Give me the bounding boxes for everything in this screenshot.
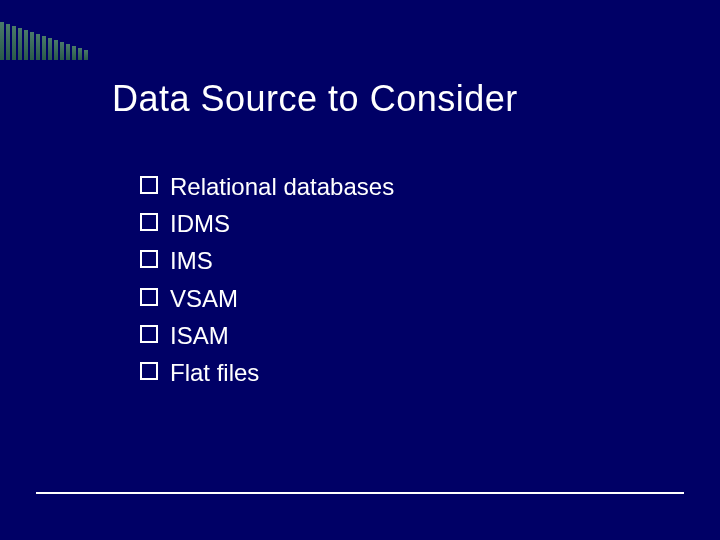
list-item: ISAM	[140, 317, 680, 354]
list-item: Relational databases	[140, 168, 680, 205]
corner-decoration	[0, 22, 88, 60]
footer-divider	[36, 492, 684, 494]
slide-title: Data Source to Consider	[112, 78, 680, 120]
bullet-list: Relational databases IDMS IMS VSAM ISAM …	[112, 168, 680, 391]
list-item: IMS	[140, 242, 680, 279]
list-item: IDMS	[140, 205, 680, 242]
slide-content: Data Source to Consider Relational datab…	[112, 78, 680, 391]
list-item: VSAM	[140, 280, 680, 317]
list-item: Flat files	[140, 354, 680, 391]
